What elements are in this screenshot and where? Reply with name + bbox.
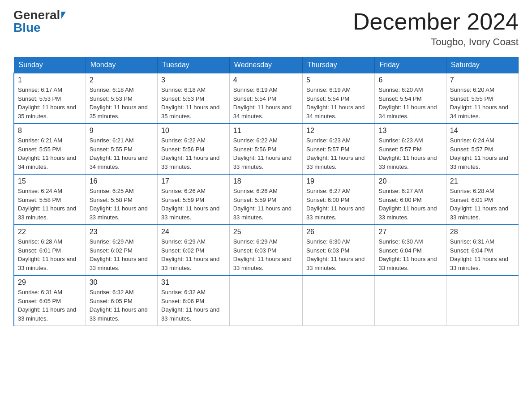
calendar-cell: 12 Sunrise: 6:23 AMSunset: 5:57 PMDaylig…: [303, 124, 375, 174]
calendar-cell: [375, 275, 446, 326]
day-info: Sunrise: 6:22 AMSunset: 5:56 PMDaylight:…: [233, 136, 299, 171]
calendar-cell: 9 Sunrise: 6:21 AMSunset: 5:55 PMDayligh…: [86, 124, 157, 174]
calendar-cell: 16 Sunrise: 6:25 AMSunset: 5:58 PMDaylig…: [86, 174, 157, 225]
day-info: Sunrise: 6:19 AMSunset: 5:54 PMDaylight:…: [233, 86, 299, 120]
day-info: Sunrise: 6:24 AMSunset: 5:58 PMDaylight:…: [18, 187, 82, 222]
day-info: Sunrise: 6:26 AMSunset: 5:59 PMDaylight:…: [161, 187, 226, 222]
calendar-cell: 5 Sunrise: 6:19 AMSunset: 5:54 PMDayligh…: [303, 73, 375, 124]
calendar-cell: 4 Sunrise: 6:19 AMSunset: 5:54 PMDayligh…: [229, 73, 302, 124]
calendar-week-row: 15 Sunrise: 6:24 AMSunset: 5:58 PMDaylig…: [14, 174, 519, 225]
day-number: 13: [378, 127, 442, 135]
calendar-cell: 7 Sunrise: 6:20 AMSunset: 5:55 PMDayligh…: [446, 73, 518, 124]
day-number: 8: [18, 127, 82, 135]
day-info: Sunrise: 6:23 AMSunset: 5:57 PMDaylight:…: [306, 136, 371, 171]
calendar-header-tuesday: Tuesday: [158, 57, 230, 73]
calendar-header-thursday: Thursday: [303, 57, 375, 73]
day-number: 24: [161, 228, 226, 236]
day-number: 31: [161, 278, 226, 287]
day-number: 23: [90, 228, 154, 236]
day-info: Sunrise: 6:27 AMSunset: 6:00 PMDaylight:…: [378, 187, 442, 222]
day-info: Sunrise: 6:18 AMSunset: 5:53 PMDaylight:…: [161, 86, 226, 120]
logo-triangle-icon: [61, 12, 66, 19]
day-number: 29: [18, 278, 82, 287]
day-number: 7: [450, 76, 515, 84]
calendar-cell: 29 Sunrise: 6:31 AMSunset: 6:05 PMDaylig…: [14, 275, 86, 326]
day-info: Sunrise: 6:30 AMSunset: 6:04 PMDaylight:…: [378, 237, 442, 272]
day-info: Sunrise: 6:30 AMSunset: 6:03 PMDaylight:…: [306, 237, 371, 272]
day-number: 9: [90, 127, 154, 135]
day-number: 16: [90, 177, 154, 185]
day-number: 28: [450, 228, 515, 236]
month-title: December 2024: [353, 9, 519, 34]
calendar-cell: 6 Sunrise: 6:20 AMSunset: 5:54 PMDayligh…: [375, 73, 446, 124]
day-number: 19: [306, 177, 371, 185]
day-info: Sunrise: 6:26 AMSunset: 5:59 PMDaylight:…: [233, 187, 299, 222]
calendar-cell: 3 Sunrise: 6:18 AMSunset: 5:53 PMDayligh…: [158, 73, 230, 124]
day-number: 30: [90, 278, 154, 287]
day-info: Sunrise: 6:31 AMSunset: 6:04 PMDaylight:…: [450, 237, 515, 272]
calendar-cell: 25 Sunrise: 6:29 AMSunset: 6:03 PMDaylig…: [229, 225, 302, 275]
day-number: 18: [233, 177, 299, 185]
calendar-cell: [446, 275, 518, 326]
calendar-cell: 21 Sunrise: 6:28 AMSunset: 6:01 PMDaylig…: [446, 174, 518, 225]
location-title: Tougbo, Ivory Coast: [353, 36, 519, 48]
day-info: Sunrise: 6:28 AMSunset: 6:01 PMDaylight:…: [18, 237, 82, 272]
day-number: 20: [378, 177, 442, 185]
calendar-cell: 30 Sunrise: 6:32 AMSunset: 6:05 PMDaylig…: [86, 275, 157, 326]
day-info: Sunrise: 6:22 AMSunset: 5:56 PMDaylight:…: [161, 136, 226, 171]
calendar-table: SundayMondayTuesdayWednesdayThursdayFrid…: [13, 57, 519, 326]
day-number: 15: [18, 177, 82, 185]
calendar-cell: 15 Sunrise: 6:24 AMSunset: 5:58 PMDaylig…: [14, 174, 86, 225]
page-header: General Blue December 2024 Tougbo, Ivory…: [13, 9, 519, 48]
calendar-cell: 8 Sunrise: 6:21 AMSunset: 5:55 PMDayligh…: [14, 124, 86, 174]
day-info: Sunrise: 6:29 AMSunset: 6:03 PMDaylight:…: [233, 237, 299, 272]
calendar-cell: [303, 275, 375, 326]
day-number: 14: [450, 127, 515, 135]
calendar-week-row: 1 Sunrise: 6:17 AMSunset: 5:53 PMDayligh…: [14, 73, 519, 124]
logo-general-text: General: [13, 9, 60, 21]
calendar-cell: 14 Sunrise: 6:24 AMSunset: 5:57 PMDaylig…: [446, 124, 518, 174]
calendar-cell: 11 Sunrise: 6:22 AMSunset: 5:56 PMDaylig…: [229, 124, 302, 174]
day-info: Sunrise: 6:20 AMSunset: 5:54 PMDaylight:…: [378, 86, 442, 120]
day-info: Sunrise: 6:23 AMSunset: 5:57 PMDaylight:…: [378, 136, 442, 171]
calendar-header-saturday: Saturday: [446, 57, 518, 73]
calendar-cell: 26 Sunrise: 6:30 AMSunset: 6:03 PMDaylig…: [303, 225, 375, 275]
calendar-cell: 27 Sunrise: 6:30 AMSunset: 6:04 PMDaylig…: [375, 225, 446, 275]
calendar-cell: 20 Sunrise: 6:27 AMSunset: 6:00 PMDaylig…: [375, 174, 446, 225]
calendar-cell: 2 Sunrise: 6:18 AMSunset: 5:53 PMDayligh…: [86, 73, 157, 124]
day-info: Sunrise: 6:28 AMSunset: 6:01 PMDaylight:…: [450, 187, 515, 222]
calendar-cell: 22 Sunrise: 6:28 AMSunset: 6:01 PMDaylig…: [14, 225, 86, 275]
calendar-cell: 18 Sunrise: 6:26 AMSunset: 5:59 PMDaylig…: [229, 174, 302, 225]
logo-blue-text: Blue: [13, 21, 41, 34]
day-number: 21: [450, 177, 515, 185]
calendar-cell: 19 Sunrise: 6:27 AMSunset: 6:00 PMDaylig…: [303, 174, 375, 225]
day-number: 11: [233, 127, 299, 135]
day-info: Sunrise: 6:32 AMSunset: 6:06 PMDaylight:…: [161, 288, 226, 323]
calendar-header-wednesday: Wednesday: [229, 57, 302, 73]
calendar-cell: 17 Sunrise: 6:26 AMSunset: 5:59 PMDaylig…: [158, 174, 230, 225]
day-info: Sunrise: 6:29 AMSunset: 6:02 PMDaylight:…: [161, 237, 226, 272]
day-number: 12: [306, 127, 371, 135]
calendar-header-sunday: Sunday: [14, 57, 86, 73]
calendar-header-monday: Monday: [86, 57, 157, 73]
day-info: Sunrise: 6:19 AMSunset: 5:54 PMDaylight:…: [306, 86, 371, 120]
calendar-cell: 13 Sunrise: 6:23 AMSunset: 5:57 PMDaylig…: [375, 124, 446, 174]
day-number: 25: [233, 228, 299, 236]
day-info: Sunrise: 6:21 AMSunset: 5:55 PMDaylight:…: [90, 136, 154, 171]
day-info: Sunrise: 6:31 AMSunset: 6:05 PMDaylight:…: [18, 288, 82, 323]
calendar-cell: 24 Sunrise: 6:29 AMSunset: 6:02 PMDaylig…: [158, 225, 230, 275]
day-info: Sunrise: 6:25 AMSunset: 5:58 PMDaylight:…: [90, 187, 154, 222]
calendar-week-row: 22 Sunrise: 6:28 AMSunset: 6:01 PMDaylig…: [14, 225, 519, 275]
day-info: Sunrise: 6:29 AMSunset: 6:02 PMDaylight:…: [90, 237, 154, 272]
calendar-header-row: SundayMondayTuesdayWednesdayThursdayFrid…: [14, 57, 519, 73]
calendar-header-friday: Friday: [375, 57, 446, 73]
calendar-week-row: 29 Sunrise: 6:31 AMSunset: 6:05 PMDaylig…: [14, 275, 519, 326]
day-number: 26: [306, 228, 371, 236]
day-info: Sunrise: 6:32 AMSunset: 6:05 PMDaylight:…: [90, 288, 154, 323]
day-info: Sunrise: 6:21 AMSunset: 5:55 PMDaylight:…: [18, 136, 82, 171]
calendar-week-row: 8 Sunrise: 6:21 AMSunset: 5:55 PMDayligh…: [14, 124, 519, 174]
day-info: Sunrise: 6:24 AMSunset: 5:57 PMDaylight:…: [450, 136, 515, 171]
day-number: 6: [378, 76, 442, 84]
day-info: Sunrise: 6:18 AMSunset: 5:53 PMDaylight:…: [90, 86, 154, 120]
day-number: 5: [306, 76, 371, 84]
